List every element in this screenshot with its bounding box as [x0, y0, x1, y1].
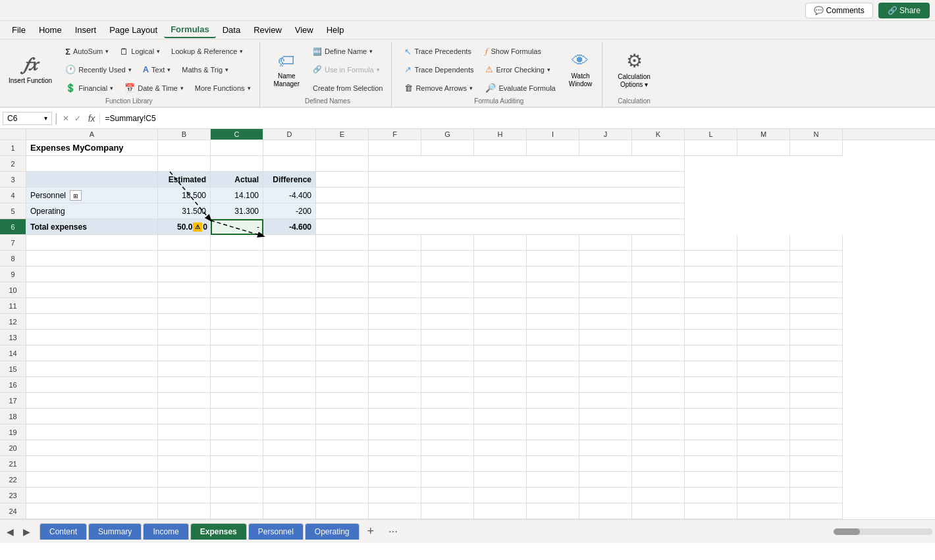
cell-f16[interactable]	[369, 377, 421, 393]
lookup-reference-button[interactable]: Lookup & Reference▾	[167, 44, 248, 59]
cell-c20[interactable]	[211, 440, 263, 456]
cell-a20[interactable]	[26, 440, 158, 456]
cell-b12[interactable]	[158, 314, 211, 330]
cell-m8[interactable]	[737, 251, 790, 267]
cell-h21[interactable]	[474, 456, 527, 472]
cell-a10[interactable]	[26, 282, 158, 298]
tab-income[interactable]: Income	[143, 523, 188, 540]
define-name-button[interactable]: 🔤 Define Name▾	[308, 44, 387, 59]
cell-m20[interactable]	[737, 440, 790, 456]
row-header-19[interactable]: 19	[0, 424, 26, 440]
tab-nav-prev[interactable]: ◀	[3, 524, 18, 540]
row-header-7[interactable]: 7	[0, 235, 26, 251]
cell-c1[interactable]	[211, 140, 263, 156]
row-header-23[interactable]: 23	[0, 488, 26, 503]
cell-c6-selected[interactable]: -	[211, 219, 263, 235]
cell-l20[interactable]	[685, 440, 737, 456]
cell-d2[interactable]	[263, 156, 316, 172]
cell-b19[interactable]	[158, 424, 211, 440]
cell-i17[interactable]	[527, 393, 579, 409]
cell-g16[interactable]	[421, 377, 474, 393]
cell-g7[interactable]	[421, 235, 474, 251]
row-header-13[interactable]: 13	[0, 330, 26, 345]
cell-g23[interactable]	[421, 488, 474, 503]
cell-e21[interactable]	[316, 456, 369, 472]
maths-trig-button[interactable]: Maths & Trig▾	[177, 63, 233, 77]
cell-e5[interactable]	[316, 203, 369, 219]
cell-i11[interactable]	[527, 298, 579, 314]
cell-j8[interactable]	[579, 251, 632, 267]
cell-f15[interactable]	[369, 361, 421, 377]
cell-n20[interactable]	[790, 440, 843, 456]
cell-c21[interactable]	[211, 456, 263, 472]
cell-j16[interactable]	[579, 377, 632, 393]
cell-e6[interactable]	[316, 219, 369, 235]
cell-e20[interactable]	[316, 440, 369, 456]
cell-n14[interactable]	[790, 345, 843, 361]
cell-a2[interactable]	[26, 156, 158, 172]
cell-g14[interactable]	[421, 345, 474, 361]
recently-used-button[interactable]: 🕐 Recently Used▾	[61, 63, 136, 77]
cell-b11[interactable]	[158, 298, 211, 314]
trace-dependents-button[interactable]: ↗ Trace Dependents	[400, 63, 478, 77]
cell-k8[interactable]	[632, 251, 685, 267]
cell-l23[interactable]	[685, 488, 737, 503]
cell-f18[interactable]	[369, 409, 421, 424]
cell-h13[interactable]	[474, 330, 527, 345]
cell-i15[interactable]	[527, 361, 579, 377]
cell-e12[interactable]	[316, 314, 369, 330]
cell-c2[interactable]	[211, 156, 263, 172]
cell-k19[interactable]	[632, 424, 685, 440]
cell-g8[interactable]	[421, 251, 474, 267]
cell-g18[interactable]	[421, 409, 474, 424]
cell-b14[interactable]	[158, 345, 211, 361]
cell-h16[interactable]	[474, 377, 527, 393]
tab-summary[interactable]: Summary	[88, 523, 142, 540]
cell-f13[interactable]	[369, 330, 421, 345]
cell-rest-row5[interactable]	[369, 203, 685, 219]
cell-m18[interactable]	[737, 409, 790, 424]
col-header-f[interactable]: F	[369, 129, 421, 140]
cell-b22[interactable]	[158, 472, 211, 488]
cell-d15[interactable]	[263, 361, 316, 377]
cell-c15[interactable]	[211, 361, 263, 377]
cell-i23[interactable]	[527, 488, 579, 503]
calculation-options-button[interactable]: ⚙ CalculationOptions ▾	[610, 42, 657, 96]
trace-precedents-button[interactable]: ↖ Trace Precedents	[400, 44, 478, 59]
cell-k1[interactable]	[632, 140, 685, 156]
cell-c4[interactable]: 14.100	[211, 188, 263, 203]
cell-l10[interactable]	[685, 282, 737, 298]
cell-l7[interactable]	[685, 235, 737, 251]
cell-n13[interactable]	[790, 330, 843, 345]
cell-g19[interactable]	[421, 424, 474, 440]
cell-d11[interactable]	[263, 298, 316, 314]
cell-f23[interactable]	[369, 488, 421, 503]
cell-e18[interactable]	[316, 409, 369, 424]
col-header-g[interactable]: G	[421, 129, 474, 140]
cell-j11[interactable]	[579, 298, 632, 314]
cell-a21[interactable]	[26, 456, 158, 472]
cell-c14[interactable]	[211, 345, 263, 361]
tab-operating[interactable]: Operating	[305, 523, 360, 540]
cell-a5[interactable]: Operating	[26, 203, 158, 219]
cell-c19[interactable]	[211, 424, 263, 440]
cell-m22[interactable]	[737, 472, 790, 488]
confirm-icon[interactable]: ✓	[72, 113, 83, 124]
cell-e15[interactable]	[316, 361, 369, 377]
cell-g24[interactable]	[421, 503, 474, 519]
cell-e9[interactable]	[316, 267, 369, 282]
cell-i21[interactable]	[527, 456, 579, 472]
tab-expenses-active[interactable]: Expenses	[190, 523, 247, 540]
cell-d5[interactable]: -200	[263, 203, 316, 219]
cell-n19[interactable]	[790, 424, 843, 440]
row-header-10[interactable]: 10	[0, 282, 26, 298]
cell-n8[interactable]	[790, 251, 843, 267]
cell-h14[interactable]	[474, 345, 527, 361]
cell-b18[interactable]	[158, 409, 211, 424]
menu-help[interactable]: Help	[320, 22, 351, 38]
cell-f7[interactable]	[369, 235, 421, 251]
cell-a9[interactable]	[26, 267, 158, 282]
col-header-l[interactable]: L	[685, 129, 737, 140]
cell-a13[interactable]	[26, 330, 158, 345]
cell-i14[interactable]	[527, 345, 579, 361]
